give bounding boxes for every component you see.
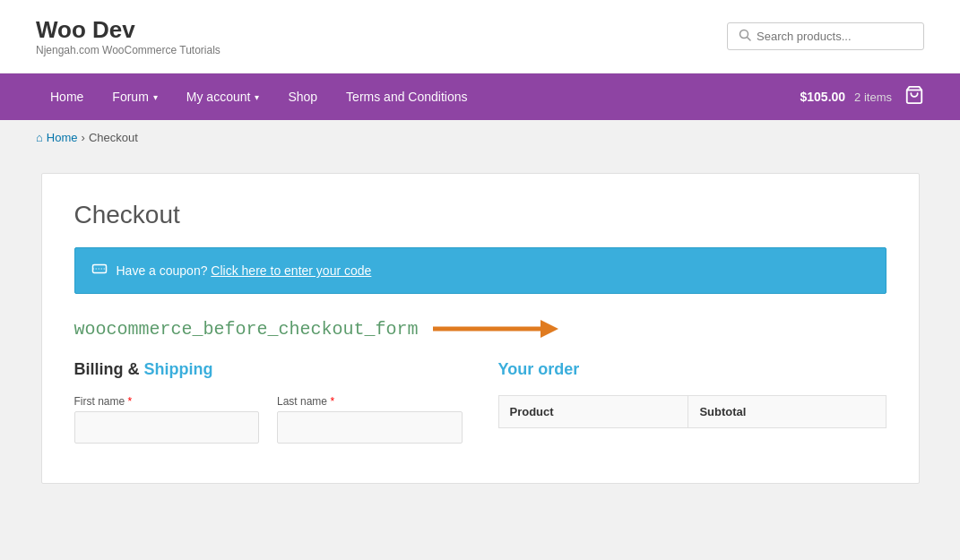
search-bar[interactable]	[727, 22, 924, 50]
site-navigation: Home Forum ▾ My account ▾ Shop Terms and…	[0, 73, 960, 120]
home-icon: ⌂	[36, 131, 43, 144]
checkout-card: Checkout Have a coupon? Click here to en…	[41, 173, 920, 484]
main-content: Checkout Have a coupon? Click here to en…	[0, 155, 960, 520]
last-name-label: Last name *	[277, 395, 463, 408]
billing-right: Your order Product Subtotal	[498, 360, 886, 456]
coupon-icon	[91, 261, 108, 280]
arrow-icon	[433, 315, 558, 342]
breadcrumb-current: Checkout	[89, 131, 138, 144]
required-star-last: *	[330, 395, 334, 408]
nav-item-home[interactable]: Home	[36, 73, 98, 120]
last-name-field: Last name *	[277, 395, 463, 444]
nav-left: Home Forum ▾ My account ▾ Shop Terms and…	[36, 73, 482, 120]
arrow-container	[433, 315, 558, 342]
product-column-header: Product	[498, 396, 688, 428]
billing-left: Billing & Shipping First name * Last nam…	[74, 360, 463, 456]
billing-title: Billing & Shipping	[74, 360, 463, 379]
nav-item-terms[interactable]: Terms and Conditions	[332, 73, 481, 120]
site-branding: Woo Dev Njengah.com WooCommerce Tutorial…	[36, 16, 221, 56]
cart-info[interactable]: $105.00 2 items	[800, 90, 892, 104]
svg-line-1	[748, 38, 751, 41]
nav-item-shop[interactable]: Shop	[273, 73, 332, 120]
breadcrumb-home-link[interactable]: Home	[47, 131, 78, 144]
hook-label: woocommerce_before_checkout_form	[74, 319, 419, 340]
breadcrumb-separator: ›	[82, 131, 85, 144]
chevron-down-icon: ▾	[153, 92, 158, 102]
chevron-down-icon: ▾	[255, 92, 259, 102]
site-title: Woo Dev	[36, 16, 221, 44]
required-star: *	[128, 395, 133, 408]
breadcrumb-bar: ⌂ Home › Checkout	[0, 120, 960, 155]
svg-marker-6	[541, 320, 558, 338]
search-input[interactable]	[757, 30, 912, 43]
site-header: Woo Dev Njengah.com WooCommerce Tutorial…	[0, 0, 960, 73]
cart-icon[interactable]	[904, 85, 924, 109]
coupon-text: Have a coupon? Click here to enter your …	[117, 263, 372, 278]
last-name-input[interactable]	[277, 411, 463, 444]
first-name-label: First name *	[74, 395, 260, 408]
order-table: Product Subtotal	[498, 395, 886, 428]
cart-price: $105.00	[800, 90, 845, 104]
shipping-text: Shipping	[144, 360, 213, 378]
breadcrumb: ⌂ Home › Checkout	[36, 131, 924, 144]
cart-items-count: 2 items	[854, 90, 892, 104]
coupon-link[interactable]: Click here to enter your code	[211, 263, 371, 278]
site-subtitle: Njengah.com WooCommerce Tutorials	[36, 44, 221, 56]
first-name-input[interactable]	[74, 411, 260, 444]
table-header-row: Product Subtotal	[498, 396, 886, 428]
search-icon	[739, 29, 751, 44]
nav-right: $105.00 2 items	[800, 85, 924, 109]
hook-container: woocommerce_before_checkout_form	[74, 315, 886, 342]
billing-section: Billing & Shipping First name * Last nam…	[74, 360, 886, 456]
form-row-name: First name * Last name *	[74, 395, 463, 444]
nav-item-myaccount[interactable]: My account ▾	[172, 73, 274, 120]
order-title: Your order	[498, 360, 886, 379]
first-name-field: First name *	[74, 395, 260, 444]
page-title: Checkout	[74, 201, 886, 229]
subtotal-column-header: Subtotal	[688, 396, 886, 428]
coupon-banner: Have a coupon? Click here to enter your …	[74, 247, 886, 294]
nav-item-forum[interactable]: Forum ▾	[98, 73, 171, 120]
